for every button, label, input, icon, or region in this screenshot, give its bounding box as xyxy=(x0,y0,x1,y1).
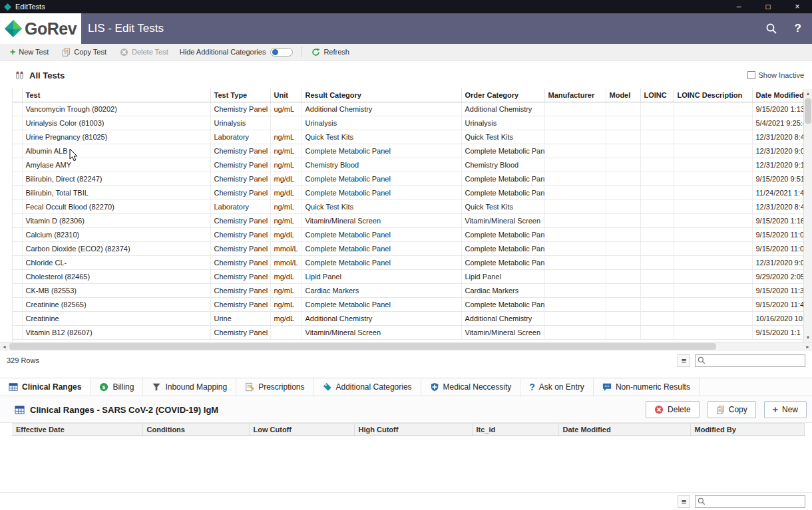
show-inactive-control[interactable]: Show Inactive xyxy=(747,71,804,79)
copy-button[interactable]: Copy xyxy=(708,401,756,418)
col-ltc-id[interactable]: ltc_id xyxy=(472,424,558,436)
new-button[interactable]: + New xyxy=(764,401,807,418)
col-model[interactable]: Model xyxy=(606,88,640,102)
horizontal-scrollbar[interactable]: ◄ ► xyxy=(0,342,812,350)
row-selector-cell[interactable] xyxy=(13,130,22,144)
scroll-down-icon[interactable]: ▼ xyxy=(804,333,812,342)
cell-manufacturer xyxy=(544,144,606,158)
delete-test-button[interactable]: Delete Test xyxy=(114,44,174,60)
row-selector-cell[interactable] xyxy=(13,158,22,172)
clinical-ranges-search-input[interactable] xyxy=(708,497,803,505)
col-modified-by[interactable]: Modified By xyxy=(690,424,804,436)
cell-order-category: Complete Metabolic Panel xyxy=(461,186,544,199)
table-row[interactable]: Fecal Occult Blood (82270) Laboratory ng… xyxy=(13,199,804,213)
cell-test-type: Chemistry Panel xyxy=(210,241,270,255)
horizontal-scroll-thumb[interactable] xyxy=(9,343,716,350)
row-selector-cell[interactable] xyxy=(13,102,22,116)
col-order-category[interactable]: Order Category xyxy=(461,88,544,102)
hide-additional-toggle[interactable] xyxy=(270,48,293,57)
cell-test-type: Laboratory xyxy=(210,130,270,144)
col-high-cutoff[interactable]: High Cutoff xyxy=(354,424,472,436)
row-selector-cell[interactable] xyxy=(13,283,22,297)
row-selector-cell[interactable] xyxy=(13,199,22,213)
table-row[interactable]: Urinalysis Color (81003) Urinalysis Urin… xyxy=(13,116,804,130)
close-button[interactable]: × xyxy=(783,0,812,13)
cell-manufacturer xyxy=(544,102,606,116)
col-loinc-description[interactable]: LOINC Description xyxy=(674,88,752,102)
table-row[interactable]: Bilirubin, Direct (82247) Chemistry Pane… xyxy=(13,172,804,186)
tab-inbound-mapping[interactable]: Inbound Mapping xyxy=(143,378,236,396)
cell-loinc-description xyxy=(674,255,752,269)
col-low-cutoff[interactable]: Low Cutoff xyxy=(249,424,354,436)
menu-icon[interactable]: ≡ xyxy=(678,354,690,367)
row-selector-cell[interactable] xyxy=(13,144,22,158)
row-selector-cell[interactable] xyxy=(13,325,22,339)
col-test[interactable]: Test xyxy=(22,88,210,102)
clinical-ranges-search-box[interactable] xyxy=(695,495,805,508)
row-selector-cell[interactable] xyxy=(13,186,22,199)
new-test-button[interactable]: + New Test xyxy=(4,44,55,60)
table-row[interactable]: Creatinine Urine mg/dL Additional Chemis… xyxy=(13,311,804,325)
row-selector-cell[interactable] xyxy=(13,241,22,255)
row-selector-cell[interactable] xyxy=(13,297,22,311)
minimize-button[interactable]: – xyxy=(724,0,753,13)
row-selector-cell[interactable] xyxy=(13,227,22,241)
results-search-input[interactable] xyxy=(708,356,803,364)
scroll-left-icon[interactable]: ◄ xyxy=(0,342,9,350)
col-conditions[interactable]: Conditions xyxy=(142,424,249,436)
table-row[interactable]: Creatinine (82565) Chemistry Panel ng/mL… xyxy=(13,297,804,311)
col-result-category[interactable]: Result Category xyxy=(302,88,461,102)
cell-loinc-description xyxy=(674,269,752,283)
cell-test-type: Chemistry Panel xyxy=(210,172,270,186)
col-date-modified[interactable]: Date Modified xyxy=(752,88,804,102)
table-row[interactable]: Vancomycin Trough (80202) Chemistry Pane… xyxy=(13,102,804,116)
table-row[interactable]: Amylase AMY Chemistry Panel ng/mL Chemis… xyxy=(13,158,804,172)
show-inactive-checkbox[interactable] xyxy=(747,71,755,79)
tab-additional-categories[interactable]: Additional Categories xyxy=(314,378,421,396)
col-test-type[interactable]: Test Type xyxy=(210,88,270,102)
header-search-icon[interactable] xyxy=(765,23,777,35)
tab-medical-neccessity[interactable]: Medical Neccessity xyxy=(421,378,521,396)
maximize-button[interactable]: □ xyxy=(753,0,783,13)
row-selector-cell[interactable] xyxy=(13,255,22,269)
table-row[interactable]: Vitamin D (82306) Chemistry Panel ng/mL … xyxy=(13,213,804,227)
scroll-up-icon[interactable]: ▲ xyxy=(804,89,812,98)
tab-prescriptions[interactable]: Prescriptions xyxy=(236,378,313,396)
row-selector-cell[interactable] xyxy=(13,269,22,283)
row-selector-cell[interactable] xyxy=(13,213,22,227)
col-effective-date[interactable]: Effective Date xyxy=(12,424,142,436)
table-row[interactable]: Cholesterol (82465) Chemistry Panel mg/d… xyxy=(13,269,804,283)
help-icon[interactable]: ? xyxy=(795,22,801,35)
table-row[interactable]: Albumin ALB Chemistry Panel ng/mL Comple… xyxy=(13,144,804,158)
tab-non-numeric-results[interactable]: Non-numeric Results xyxy=(594,378,700,396)
copy-test-button[interactable]: Copy Test xyxy=(56,44,112,60)
cell-unit: ng/mL xyxy=(270,297,302,311)
tab-ask-on-entry[interactable]: ? Ask on Entry xyxy=(520,378,594,396)
table-row[interactable]: Carbon Dioxide (ECO2) (82374) Chemistry … xyxy=(13,241,804,255)
tab-clinical-ranges[interactable]: Clinical Ranges xyxy=(0,378,91,396)
col-manufacturer[interactable]: Manufacturer xyxy=(544,88,606,102)
refresh-button[interactable]: Refresh xyxy=(305,44,355,60)
table-row[interactable]: Calcium (82310) Chemistry Panel mg/dL Co… xyxy=(13,227,804,241)
row-selector-cell[interactable] xyxy=(13,116,22,130)
vertical-scrollbar[interactable]: ▲ ▼ xyxy=(803,89,812,342)
cell-order-category: Complete Metabolic Panel xyxy=(461,227,544,241)
tab-billing[interactable]: $ Billing xyxy=(91,378,143,396)
col-date-modified[interactable]: Date Modified xyxy=(558,424,690,436)
table-row[interactable]: Vitamin B12 (82607) Chemistry Panel Vita… xyxy=(13,325,804,339)
scroll-right-icon[interactable]: ► xyxy=(803,342,812,350)
table-row[interactable]: Chloride CL- Chemistry Panel mmol/L Comp… xyxy=(13,255,804,269)
table-row[interactable]: Urine Pregnancy (81025) Laboratory ng/mL… xyxy=(13,130,804,144)
menu-icon[interactable]: ≡ xyxy=(678,495,690,508)
cell-order-category: Lipid Panel xyxy=(461,269,544,283)
results-search-box[interactable] xyxy=(695,354,805,367)
delete-button[interactable]: Delete xyxy=(646,401,700,418)
col-unit[interactable]: Unit xyxy=(270,88,302,102)
table-row[interactable]: Bilirubin, Total TBIL Chemistry Panel mg… xyxy=(13,186,804,199)
vertical-scroll-thumb[interactable] xyxy=(805,98,811,124)
cell-result-category: Urinalysis xyxy=(302,116,461,130)
row-selector-cell[interactable] xyxy=(13,172,22,186)
table-row[interactable]: CK-MB (82553) Chemistry Panel ng/mL Card… xyxy=(13,283,804,297)
row-selector-cell[interactable] xyxy=(13,311,22,325)
col-loinc[interactable]: LOINC xyxy=(640,88,674,102)
